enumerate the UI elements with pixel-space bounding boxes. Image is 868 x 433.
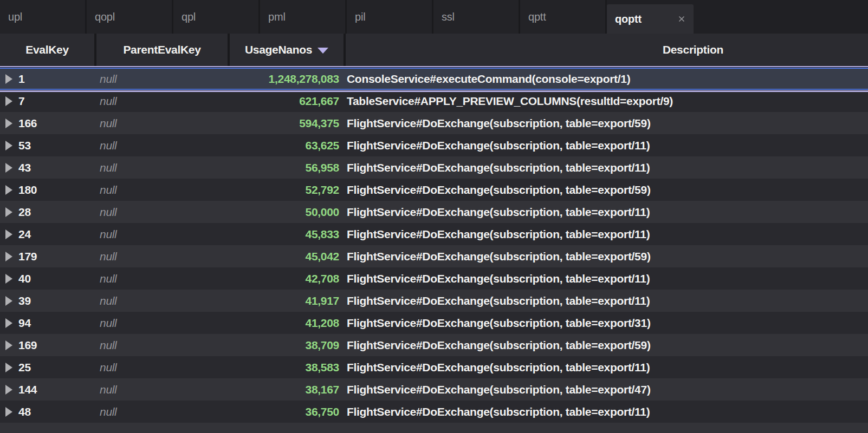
column-header-parentevalkey[interactable]: ParentEvalKey [96, 34, 228, 66]
parent-evalkey-cell[interactable]: null [94, 139, 228, 152]
parent-evalkey-cell[interactable]: null [94, 228, 228, 241]
evalkey-cell[interactable]: 7 [18, 95, 94, 108]
tab-upl[interactable]: upl [0, 0, 87, 34]
usagenanos-cell[interactable]: 36,750 [228, 405, 344, 418]
description-cell[interactable]: FlightService#DoExchange(subscription, t… [344, 161, 868, 174]
expand-arrow-icon[interactable] [5, 252, 12, 261]
usagenanos-cell[interactable]: 621,667 [228, 95, 344, 108]
usagenanos-cell[interactable]: 42,708 [228, 272, 344, 285]
table-row[interactable]: 25null38,583FlightService#DoExchange(sub… [0, 356, 868, 378]
usagenanos-cell[interactable]: 50,000 [228, 206, 344, 219]
description-cell[interactable]: FlightService#DoExchange(subscription, t… [344, 183, 868, 196]
usagenanos-cell[interactable]: 41,917 [228, 294, 344, 307]
usagenanos-cell[interactable]: 38,167 [228, 383, 344, 396]
tab-qpl[interactable]: qpl [173, 0, 260, 34]
usagenanos-cell[interactable]: 52,792 [228, 183, 344, 196]
table-row[interactable]: 169null38,709FlightService#DoExchange(su… [0, 334, 868, 356]
evalkey-cell[interactable]: 180 [18, 183, 94, 196]
description-cell[interactable]: FlightService#DoExchange(subscription, t… [344, 405, 868, 418]
table-row[interactable]: 24null45,833FlightService#DoExchange(sub… [0, 223, 868, 245]
table-row[interactable]: 43null56,958FlightService#DoExchange(sub… [0, 156, 868, 179]
usagenanos-cell[interactable]: 594,375 [228, 117, 344, 130]
tab-qoptt[interactable]: qoptt [607, 4, 694, 34]
usagenanos-cell[interactable]: 1,248,278,083 [228, 73, 344, 86]
description-cell[interactable]: FlightService#DoExchange(subscription, t… [344, 206, 868, 219]
evalkey-cell[interactable]: 25 [18, 361, 94, 374]
tab-ssl[interactable]: ssl [433, 0, 520, 34]
table-row[interactable]: 28null50,000FlightService#DoExchange(sub… [0, 201, 868, 223]
evalkey-cell[interactable]: 28 [18, 206, 94, 219]
expand-arrow-icon[interactable] [5, 119, 12, 128]
parent-evalkey-cell[interactable]: null [94, 117, 228, 130]
table-row[interactable]: 40null42,708FlightService#DoExchange(sub… [0, 267, 868, 290]
description-cell[interactable]: FlightService#DoExchange(subscription, t… [344, 339, 868, 352]
expand-arrow-icon[interactable] [5, 207, 12, 217]
table-row[interactable]: 179null45,042FlightService#DoExchange(su… [0, 245, 868, 267]
description-cell[interactable]: FlightService#DoExchange(subscription, t… [344, 383, 868, 396]
expand-arrow-icon[interactable] [5, 229, 12, 239]
evalkey-cell[interactable]: 1 [18, 73, 94, 86]
parent-evalkey-cell[interactable]: null [94, 250, 228, 263]
table-row[interactable]: 48null36,750FlightService#DoExchange(sub… [0, 401, 868, 423]
column-header-description[interactable]: Description [346, 34, 868, 66]
evalkey-cell[interactable]: 40 [18, 272, 94, 285]
parent-evalkey-cell[interactable]: null [94, 383, 228, 396]
expand-arrow-icon[interactable] [5, 340, 12, 350]
evalkey-cell[interactable]: 48 [18, 405, 94, 418]
evalkey-cell[interactable]: 166 [18, 117, 94, 130]
close-icon[interactable] [677, 14, 686, 24]
expand-arrow-icon[interactable] [5, 141, 12, 150]
usagenanos-cell[interactable]: 41,208 [228, 317, 344, 330]
expand-arrow-icon[interactable] [5, 96, 12, 106]
expand-arrow-icon[interactable] [5, 407, 12, 417]
description-cell[interactable]: FlightService#DoExchange(subscription, t… [344, 139, 868, 152]
expand-arrow-icon[interactable] [5, 185, 12, 195]
description-cell[interactable]: FlightService#DoExchange(subscription, t… [344, 317, 868, 330]
evalkey-cell[interactable]: 53 [18, 139, 94, 152]
expand-arrow-icon[interactable] [5, 318, 12, 328]
tab-qopl[interactable]: qopl [87, 0, 173, 34]
parent-evalkey-cell[interactable]: null [94, 405, 228, 418]
expand-arrow-icon[interactable] [5, 385, 12, 395]
parent-evalkey-cell[interactable]: null [94, 161, 228, 174]
table-row[interactable]: 144null38,167FlightService#DoExchange(su… [0, 378, 868, 401]
parent-evalkey-cell[interactable]: null [94, 183, 228, 196]
parent-evalkey-cell[interactable]: null [94, 317, 228, 330]
expand-arrow-icon[interactable] [5, 296, 12, 306]
parent-evalkey-cell[interactable]: null [94, 206, 228, 219]
description-cell[interactable]: TableService#APPLY_PREVIEW_COLUMNS(resul… [344, 95, 868, 108]
table-row[interactable]: 180null52,792FlightService#DoExchange(su… [0, 179, 868, 201]
usagenanos-cell[interactable]: 45,042 [228, 250, 344, 263]
evalkey-cell[interactable]: 39 [18, 294, 94, 307]
description-cell[interactable]: ConsoleService#executeCommand(console=ex… [344, 73, 868, 86]
description-cell[interactable]: FlightService#DoExchange(subscription, t… [344, 117, 868, 130]
expand-arrow-icon[interactable] [5, 274, 12, 284]
table-row[interactable]: 53null63,625FlightService#DoExchange(sub… [0, 134, 868, 156]
evalkey-cell[interactable]: 94 [18, 317, 94, 330]
parent-evalkey-cell[interactable]: null [94, 294, 228, 307]
evalkey-cell[interactable]: 24 [18, 228, 94, 241]
parent-evalkey-cell[interactable]: null [94, 361, 228, 374]
table-row[interactable]: 39null41,917FlightService#DoExchange(sub… [0, 290, 868, 312]
expand-arrow-icon[interactable] [5, 163, 12, 173]
description-cell[interactable]: FlightService#DoExchange(subscription, t… [344, 250, 868, 263]
column-header-usagenanos[interactable]: UsageNanos [230, 34, 344, 66]
evalkey-cell[interactable]: 179 [18, 250, 94, 263]
description-cell[interactable]: FlightService#DoExchange(subscription, t… [344, 272, 868, 285]
expand-arrow-icon[interactable] [5, 363, 12, 372]
usagenanos-cell[interactable]: 63,625 [228, 139, 344, 152]
table-row[interactable]: 1null1,248,278,083ConsoleService#execute… [0, 68, 868, 90]
parent-evalkey-cell[interactable]: null [94, 73, 228, 86]
usagenanos-cell[interactable]: 38,709 [228, 339, 344, 352]
description-cell[interactable]: FlightService#DoExchange(subscription, t… [344, 361, 868, 374]
parent-evalkey-cell[interactable]: null [94, 95, 228, 108]
usagenanos-cell[interactable]: 38,583 [228, 361, 344, 374]
tab-pml[interactable]: pml [260, 0, 347, 34]
tab-qptt[interactable]: qptt [520, 0, 607, 34]
column-header-evalkey[interactable]: EvalKey [0, 34, 94, 66]
expand-arrow-icon[interactable] [5, 74, 12, 84]
table-row[interactable]: 7null621,667TableService#APPLY_PREVIEW_C… [0, 90, 868, 112]
usagenanos-cell[interactable]: 45,833 [228, 228, 344, 241]
table-row[interactable]: 94null41,208FlightService#DoExchange(sub… [0, 312, 868, 334]
description-cell[interactable]: FlightService#DoExchange(subscription, t… [344, 228, 868, 241]
